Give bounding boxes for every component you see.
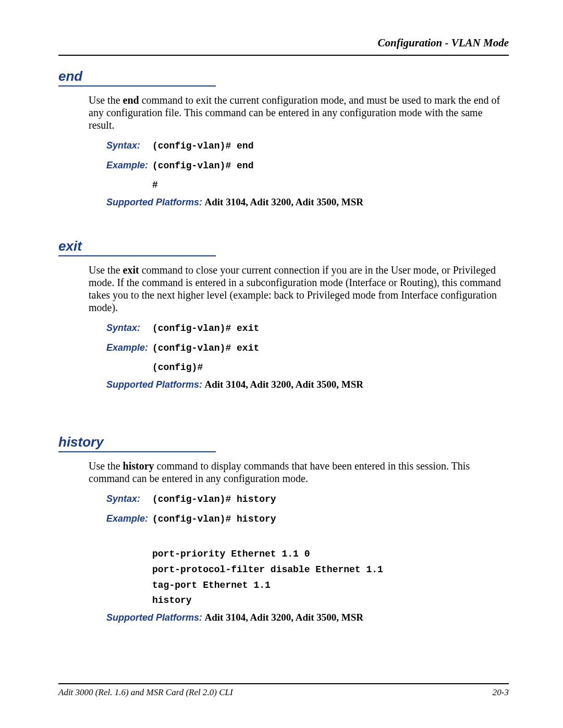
- paragraph: Use the exit command to close your curre…: [89, 264, 509, 314]
- section-end: end Use the end command to exit the curr…: [58, 68, 509, 208]
- supported-value: Adit 3104, Adit 3200, Adit 3500, MSR: [205, 612, 364, 623]
- body-exit: Use the exit command to close your curre…: [89, 264, 509, 314]
- example-value: (config-vlan)# exit: [152, 341, 259, 356]
- footer-rule: [58, 683, 509, 684]
- example-row: Example: (config-vlan)# end: [106, 158, 509, 174]
- syntax-label: Syntax:: [106, 323, 152, 334]
- supported-value: Adit 3104, Adit 3200, Adit 3500, MSR: [205, 196, 364, 207]
- definitions-history: Syntax: (config-vlan)# history Example: …: [106, 492, 509, 609]
- example-row: Example: (config-vlan)# history: [106, 512, 509, 527]
- example-row: Example: (config-vlan)# exit: [106, 341, 509, 356]
- section-history: history Use the history command to displ…: [58, 434, 509, 623]
- footer-left: Adit 3000 (Rel. 1.6) and MSR Card (Rel 2…: [58, 687, 233, 698]
- syntax-value: (config-vlan)# end: [152, 139, 253, 154]
- running-header: Configuration - VLAN Mode: [58, 36, 509, 50]
- heading-end: end: [58, 68, 509, 84]
- section-gap: [58, 208, 509, 238]
- example-output: #: [152, 178, 509, 193]
- paragraph: Use the end command to exit the current …: [89, 94, 509, 131]
- paragraph: Use the history command to display comma…: [89, 460, 509, 485]
- syntax-label: Syntax:: [106, 140, 152, 151]
- page: Configuration - VLAN Mode end Use the en…: [0, 0, 563, 728]
- example-value: (config-vlan)# history: [152, 512, 276, 527]
- definitions-exit: Syntax: (config-vlan)# exit Example: (co…: [106, 321, 509, 376]
- header-rule: [58, 55, 509, 56]
- example-label: Example:: [106, 160, 152, 171]
- example-output: port-priority Ethernet 1.1 0 port-protoc…: [152, 532, 509, 609]
- example-value: (config-vlan)# end: [152, 158, 253, 174]
- body-end: Use the end command to exit the current …: [89, 94, 509, 131]
- footer-right: 20-3: [493, 687, 509, 698]
- syntax-label: Syntax:: [106, 493, 152, 504]
- supported-label: Supported Platforms:: [106, 197, 202, 207]
- heading-exit: exit: [58, 238, 509, 254]
- example-output: (config)#: [152, 360, 509, 376]
- supported-label: Supported Platforms:: [106, 379, 202, 390]
- supported-row: Supported Platforms: Adit 3104, Adit 320…: [106, 196, 509, 208]
- heading-rule: [58, 85, 216, 87]
- syntax-value: (config-vlan)# history: [152, 492, 276, 508]
- section-exit: exit Use the exit command to close your …: [58, 238, 509, 390]
- heading-rule: [58, 255, 216, 256]
- heading-rule: [58, 451, 216, 452]
- supported-value: Adit 3104, Adit 3200, Adit 3500, MSR: [205, 379, 364, 390]
- syntax-value: (config-vlan)# exit: [152, 321, 259, 337]
- body-history: Use the history command to display comma…: [89, 460, 509, 485]
- example-label: Example:: [106, 513, 152, 524]
- syntax-row: Syntax: (config-vlan)# end: [106, 139, 509, 154]
- supported-label: Supported Platforms:: [106, 612, 202, 623]
- footer: Adit 3000 (Rel. 1.6) and MSR Card (Rel 2…: [58, 683, 509, 698]
- section-gap: [58, 390, 509, 434]
- footer-line: Adit 3000 (Rel. 1.6) and MSR Card (Rel 2…: [58, 687, 509, 698]
- heading-history: history: [58, 434, 509, 450]
- definitions-end: Syntax: (config-vlan)# end Example: (con…: [106, 139, 509, 193]
- supported-row: Supported Platforms: Adit 3104, Adit 320…: [106, 612, 509, 623]
- supported-row: Supported Platforms: Adit 3104, Adit 320…: [106, 379, 509, 390]
- syntax-row: Syntax: (config-vlan)# history: [106, 492, 509, 508]
- example-label: Example:: [106, 342, 152, 353]
- syntax-row: Syntax: (config-vlan)# exit: [106, 321, 509, 337]
